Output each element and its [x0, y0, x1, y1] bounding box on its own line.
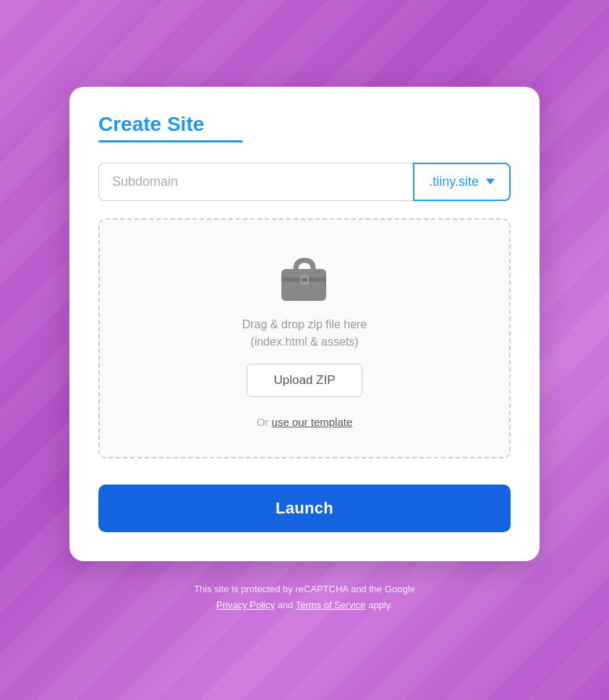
- dropzone-text: Drag & drop zip file here (index.html & …: [242, 316, 367, 351]
- launch-button[interactable]: Launch: [98, 485, 511, 532]
- privacy-policy-link[interactable]: Privacy Policy: [216, 599, 275, 610]
- create-site-card: Create Site .tiiny.site: [69, 87, 540, 561]
- or-text: Or: [257, 416, 269, 428]
- domain-selector[interactable]: .tiiny.site: [413, 163, 511, 201]
- page-title: Create Site: [98, 113, 511, 136]
- svg-rect-3: [302, 278, 307, 281]
- chevron-down-icon: [486, 179, 495, 184]
- terms-of-service-link[interactable]: Terms of Service: [296, 599, 366, 610]
- use-template-link[interactable]: use our template: [272, 416, 353, 428]
- footer: This site is protected by reCAPTCHA and …: [194, 581, 415, 613]
- title-underline: [98, 140, 243, 142]
- dropzone-area[interactable]: Drag & drop zip file here (index.html & …: [98, 218, 511, 458]
- upload-zip-button[interactable]: Upload ZIP: [247, 364, 362, 397]
- subdomain-row: .tiiny.site: [98, 163, 511, 201]
- zip-file-icon: [276, 256, 333, 303]
- footer-line1: This site is protected by reCAPTCHA and …: [194, 584, 415, 594]
- drag-text-line1: Drag & drop zip file here: [242, 316, 367, 333]
- drag-text-line2: (index.html & assets): [242, 333, 367, 351]
- domain-option-label: .tiiny.site: [429, 174, 479, 189]
- subdomain-input[interactable]: [98, 163, 413, 201]
- or-template-row: Or use our template: [257, 416, 353, 428]
- footer-and: and: [278, 599, 294, 610]
- footer-apply: apply.: [368, 599, 393, 610]
